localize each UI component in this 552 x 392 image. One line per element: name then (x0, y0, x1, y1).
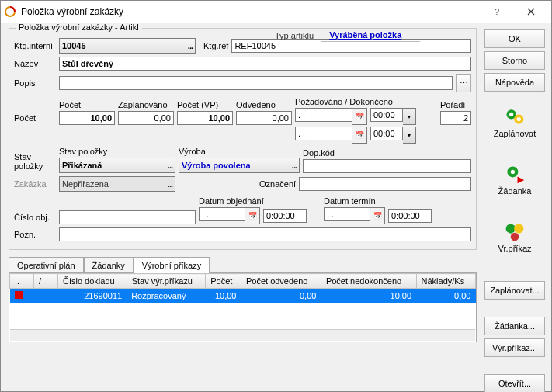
svg-point-7 (511, 170, 515, 174)
odvedeno-field[interactable] (236, 111, 292, 125)
zadanka-label: Žádanka (498, 186, 532, 196)
zadanka-action[interactable]: Žádanka (484, 163, 545, 196)
popis-label: Popis (14, 78, 56, 88)
calendar-icon[interactable]: 📅 (352, 108, 367, 125)
zaplanovat-button[interactable]: Zaplánovat... (484, 281, 545, 300)
nazev-label: Název (14, 59, 56, 68)
vrprikaz-action[interactable]: Vr.příkaz (484, 220, 545, 253)
grid-header-odv[interactable]: Počet odvedeno (241, 274, 321, 289)
poradi-header: Pořadí (440, 100, 471, 109)
help-button[interactable]: ? (480, 1, 514, 23)
ktg-interni-label: Ktg.interní (14, 41, 56, 50)
status-dot-icon (15, 291, 23, 299)
zaplanovat-action[interactable]: Zaplánovat (484, 106, 545, 138)
vyroba-field[interactable]: Výroba povolena ... (179, 158, 300, 173)
grid-header-cislo[interactable]: Číslo dokladu (58, 274, 127, 289)
grid-header-status[interactable]: .. (10, 274, 34, 289)
stav-polozky-field[interactable]: Přikázaná ... (59, 158, 175, 173)
dots-icon: ... (292, 161, 297, 170)
oznaceni-label: Označení (259, 179, 296, 189)
oznaceni-field[interactable] (299, 177, 471, 191)
svg-rect-1 (15, 291, 23, 299)
horizontal-scrollbar[interactable] (10, 329, 475, 341)
tab-operativni-plan[interactable]: Operativní plán (9, 257, 84, 273)
app-icon (4, 5, 16, 18)
dop-kod-header: Dop.kód (303, 148, 471, 158)
storno-button[interactable]: Storno (484, 51, 545, 70)
datum-obj-date[interactable]: 📅 (199, 207, 260, 224)
cislo-obj-field[interactable] (59, 210, 196, 224)
pozadovano-header: Požadováno / Dokončeno (295, 97, 437, 106)
zadanka-button[interactable]: Žádanka... (484, 317, 545, 335)
pozn-field[interactable] (59, 227, 471, 241)
zaplanovano-field[interactable] (118, 111, 174, 125)
group-artikl-title: Položka výrobní zakázky - Artikl (16, 23, 142, 32)
grid-header-stav[interactable]: Stav výr.příkazu (127, 274, 206, 289)
dots-icon: ... (188, 41, 193, 50)
ok-button[interactable]: OK (484, 29, 545, 48)
table-row[interactable]: 21690011 Rozpracovaný 10,00 0,00 10,00 0… (10, 289, 476, 304)
zakazka-field[interactable]: Nepřiřazena ... (59, 176, 175, 192)
chevron-down-icon[interactable]: ▾ (403, 108, 416, 125)
grid-header-naklady[interactable]: Náklady/Ks (416, 274, 475, 289)
ktg-ref-label: Ktg.ref (203, 41, 228, 50)
pozadovano-date[interactable]: 📅 (295, 108, 367, 125)
svg-point-9 (506, 224, 516, 233)
tab-zadanky[interactable]: Žádanky (84, 257, 134, 273)
nazev-field[interactable] (59, 57, 471, 71)
main-panel: Položka výrobní zakázky - Artikl Typ art… (1, 23, 481, 392)
stav-polozky-value: Přikázaná (62, 161, 102, 170)
napoveda-button[interactable]: Nápověda (484, 73, 545, 92)
dop-kod-field[interactable] (303, 159, 471, 173)
tab-vyrobni-prikazy[interactable]: Výrobní příkazy (134, 257, 210, 273)
window-title: Položka výrobní zakázky (21, 6, 480, 17)
pocet-vp-field[interactable] (177, 111, 233, 125)
pozadovano-time-field[interactable] (370, 108, 403, 122)
calendar-icon[interactable]: 📅 (352, 127, 367, 144)
chevron-down-icon[interactable]: ▾ (403, 127, 416, 144)
datum-termin-date-field[interactable] (324, 207, 370, 221)
dokonceno-time[interactable]: ▾ (370, 127, 416, 144)
datum-termin-header: Datum termín (324, 196, 432, 206)
cislo-obj-label: Číslo obj. (14, 213, 56, 224)
cell-odvedeno: 0,00 (241, 289, 321, 304)
pozadovano-time[interactable]: ▾ (370, 108, 416, 125)
grid-header-pocet[interactable]: Počet (206, 274, 241, 289)
dialog-window: Položka výrobní zakázky ? Položka výrobn… (0, 0, 552, 392)
zakazka-value: Nepřiřazena (62, 179, 109, 189)
datum-termin-time-field[interactable] (388, 209, 432, 223)
pocet-field[interactable] (59, 111, 115, 125)
typ-value[interactable]: Vyráběná položka (321, 29, 420, 42)
pocet-row-label: Počet (14, 113, 56, 125)
svg-point-11 (511, 233, 519, 241)
otevrit-button[interactable]: Otevřít... (484, 374, 545, 392)
dots-icon: ... (168, 179, 172, 189)
calendar-icon[interactable]: 📅 (370, 207, 385, 224)
datum-obj-time-field[interactable] (263, 209, 307, 223)
typ-artiklu: Typ artiklu Vyráběná položka (267, 29, 420, 42)
pozadovano-date-field[interactable] (295, 108, 352, 122)
grid-header-slash[interactable]: / (34, 274, 58, 289)
datum-termin-date[interactable]: 📅 (324, 207, 385, 224)
close-button[interactable] (514, 1, 548, 23)
ktg-interni-value: 10045 (62, 41, 86, 50)
calendar-icon[interactable]: 📅 (245, 207, 260, 224)
vyrprikaz-button[interactable]: Výr.příkaz... (484, 338, 545, 357)
grid-header-nedok[interactable]: Počet nedokončeno (321, 274, 416, 289)
cell-pocet: 10,00 (206, 289, 241, 304)
dokonceno-time-field[interactable] (370, 127, 403, 140)
dokonceno-date[interactable]: 📅 (295, 127, 367, 144)
pocet-header: Počet (59, 100, 115, 109)
cell-nedokonceno: 10,00 (321, 289, 416, 304)
tabs: Operativní plán Žádanky Výrobní příkazy (9, 256, 477, 272)
datum-obj-date-field[interactable] (199, 207, 245, 221)
popis-expand-button[interactable]: ⋯ (456, 74, 471, 92)
dokonceno-date-field[interactable] (295, 127, 352, 140)
datum-obj-header: Datum objednání (199, 196, 307, 206)
ktg-interni-field[interactable]: 10045 ... (59, 38, 196, 54)
popis-field[interactable] (59, 76, 453, 90)
poradi-field[interactable] (440, 111, 471, 125)
odvedeno-header: Odvedeno (236, 100, 292, 109)
vrprikaz-label: Vr.příkaz (498, 244, 532, 253)
stav-polozky-header: Stav položky (59, 147, 175, 156)
